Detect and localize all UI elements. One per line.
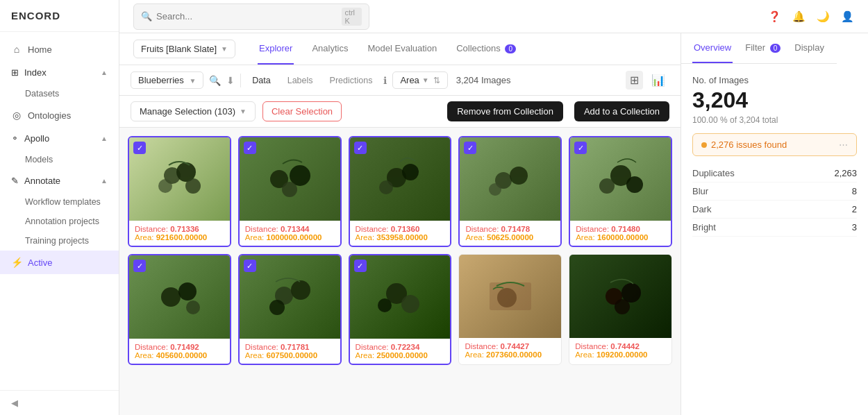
- chevron-down-icon: ▼: [240, 108, 247, 115]
- issue-name: Dark: [692, 204, 711, 214]
- distance-label: Distance: 0.71360: [356, 225, 445, 233]
- image-wrapper: ✓: [240, 255, 340, 339]
- filter-data-btn[interactable]: Data: [247, 73, 276, 88]
- image-card[interactable]: Distance: 0.74427 Area: 2073600.00000: [458, 254, 562, 365]
- selection-check: ✓: [133, 142, 146, 154]
- area-selector[interactable]: Area ▼ ⇅: [392, 71, 447, 89]
- distance-label: Distance: 0.74427: [465, 342, 556, 350]
- svg-point-6: [282, 182, 297, 197]
- right-tab-overview[interactable]: Overview: [692, 33, 733, 63]
- image-card[interactable]: ✓ Distance: 0.71492 Area: 405600.00000: [128, 254, 231, 365]
- image-wrapper: ✓: [129, 137, 230, 221]
- image-grid: ✓ Distance: 0.71336 Area: 921600.00000: [119, 128, 681, 415]
- issue-count: 2: [852, 204, 857, 214]
- search-bar[interactable]: 🔍 ctrl K: [133, 3, 369, 30]
- image-wrapper: ✓: [350, 255, 451, 339]
- card-meta: Distance: 0.71478 Area: 50625.00000: [460, 221, 560, 246]
- sidebar-item-datasets[interactable]: Datasets: [0, 84, 119, 103]
- image-wrapper: ✓: [350, 137, 451, 221]
- grid-view-btn[interactable]: ⊞: [626, 71, 643, 90]
- manage-selection-btn[interactable]: Manage Selection (103) ▼: [131, 101, 256, 121]
- distance-label: Distance: 0.71480: [576, 225, 665, 233]
- clear-selection-button[interactable]: Clear Selection: [262, 101, 342, 121]
- right-tab-filter[interactable]: Filter 0: [744, 33, 782, 63]
- issue-count: 3: [852, 222, 857, 232]
- sidebar-item-label: Annotate: [24, 176, 60, 186]
- svg-point-26: [497, 288, 517, 307]
- manage-selection-label: Manage Selection (103): [140, 106, 235, 117]
- svg-point-17: [178, 282, 197, 300]
- tab-explorer[interactable]: Explorer: [258, 33, 294, 65]
- card-meta: Distance: 0.71492 Area: 405600.00000: [129, 339, 230, 364]
- user-icon[interactable]: 👤: [841, 10, 854, 23]
- filter-info-icon[interactable]: ℹ: [383, 75, 387, 86]
- svg-point-11: [510, 167, 528, 185]
- svg-point-8: [402, 164, 419, 180]
- sidebar-item-label: Active: [28, 257, 52, 268]
- sidebar-item-ontologies[interactable]: ◎ Ontologies: [0, 103, 119, 127]
- image-card[interactable]: Distance: 0.74442 Area: 109200.00000: [569, 254, 672, 365]
- bell-icon[interactable]: 🔔: [792, 10, 806, 23]
- distance-label: Distance: 0.72234: [356, 343, 445, 351]
- chart-view-btn[interactable]: 📊: [647, 71, 669, 90]
- header-actions: ❓ 🔔 🌙 👤: [768, 10, 854, 23]
- image-card[interactable]: ✓ Distance: 0.71336 Area: 921600.00000: [128, 136, 231, 247]
- remove-from-collection-button[interactable]: Remove from Collection: [447, 101, 563, 121]
- chevron-down-icon: ▼: [189, 77, 196, 85]
- tab-analytics[interactable]: Analytics: [310, 33, 349, 65]
- image-wrapper: ✓: [129, 255, 230, 339]
- card-meta: Distance: 0.71344 Area: 1000000.00000: [240, 221, 340, 246]
- moon-icon[interactable]: 🌙: [817, 10, 830, 23]
- svg-point-29: [615, 299, 630, 314]
- card-meta: Distance: 0.71336 Area: 921600.00000: [129, 221, 230, 246]
- collections-badge: 0: [505, 44, 516, 53]
- area-label: Area: 160000.00000: [576, 233, 665, 242]
- image-card[interactable]: ✓ Distance: 0.71478 Area: 50625.00000: [458, 136, 562, 247]
- right-panel: Overview Filter 0 Display No. of Images …: [681, 33, 868, 415]
- top-header: 🔍 ctrl K ❓ 🔔 🌙 👤: [119, 0, 868, 33]
- image-card[interactable]: ✓ Distance: 0.71480 Area: 160000.00000: [569, 136, 672, 247]
- filter-label[interactable]: Blueberries ▼: [131, 71, 203, 89]
- toolbar: Blueberries ▼ 🔍 ⬇ Data Labels Prediction…: [119, 65, 681, 96]
- image-card[interactable]: ✓ Distance: 0.71344 Area: 1000000.00000: [238, 136, 342, 247]
- area-label: Area: 353958.00000: [356, 233, 445, 242]
- image-card[interactable]: ✓ Distance: 0.71360 Area: 353958.00000: [349, 136, 452, 247]
- card-meta: Distance: 0.72234 Area: 250000.00000: [350, 339, 451, 364]
- sidebar-item-annotation-projects[interactable]: Annotation projects: [0, 212, 119, 231]
- issue-row-dark: Dark 2: [692, 201, 857, 219]
- distance-label: Distance: 0.71492: [135, 343, 224, 351]
- tab-collections[interactable]: Collections 0: [455, 33, 517, 65]
- sidebar-item-training-projects[interactable]: Training projects: [0, 231, 119, 251]
- filter-predictions-btn[interactable]: Predictions: [324, 73, 378, 88]
- image-wrapper: [459, 255, 561, 338]
- right-tab-display[interactable]: Display: [793, 33, 826, 63]
- download-icon[interactable]: ⬇: [226, 75, 235, 86]
- sidebar-item-active[interactable]: ⚡ Active: [0, 251, 119, 274]
- images-count: 3,204 Images: [456, 75, 511, 85]
- dataset-selector[interactable]: Fruits [Blank Slate] ▼: [133, 40, 235, 58]
- card-meta: Distance: 0.71480 Area: 160000.00000: [570, 221, 671, 246]
- sidebar-collapse-button[interactable]: ◀: [0, 390, 119, 415]
- image-wrapper: ✓: [570, 137, 671, 221]
- selection-check: ✓: [464, 142, 476, 154]
- add-to-collection-button[interactable]: Add to a Collection: [574, 101, 669, 121]
- svg-point-23: [401, 295, 419, 313]
- image-card[interactable]: ✓ Distance: 0.71781 Area: 607500.00000: [238, 254, 342, 365]
- search-filter-icon[interactable]: 🔍: [209, 75, 221, 86]
- sidebar-item-apollo[interactable]: ⚬ Apollo ▲: [0, 127, 119, 150]
- svg-point-9: [379, 180, 393, 194]
- sidebar-item-index[interactable]: ⊞ Index ▲: [0, 61, 119, 84]
- image-card[interactable]: ✓ Distance: 0.72234 Area: 250000.00000: [349, 254, 452, 365]
- sidebar-item-models[interactable]: Models: [0, 150, 119, 169]
- filter-labels-btn[interactable]: Labels: [282, 73, 319, 88]
- search-input[interactable]: [156, 11, 337, 22]
- sidebar-item-workflow-templates[interactable]: Workflow templates: [0, 192, 119, 212]
- sidebar-item-home[interactable]: ⌂ Home: [0, 37, 119, 61]
- tab-model-evaluation[interactable]: Model Evaluation: [366, 33, 438, 65]
- help-icon[interactable]: ❓: [768, 10, 781, 23]
- issues-more-icon: ⋯: [839, 139, 848, 150]
- area-label: Area: 1000000.00000: [245, 233, 335, 242]
- right-panel-tabs: Overview Filter 0 Display: [681, 33, 837, 64]
- issues-badge[interactable]: 2,276 issues found ⋯: [692, 133, 857, 156]
- sidebar-item-annotate[interactable]: ✎ Annotate ▲: [0, 169, 119, 192]
